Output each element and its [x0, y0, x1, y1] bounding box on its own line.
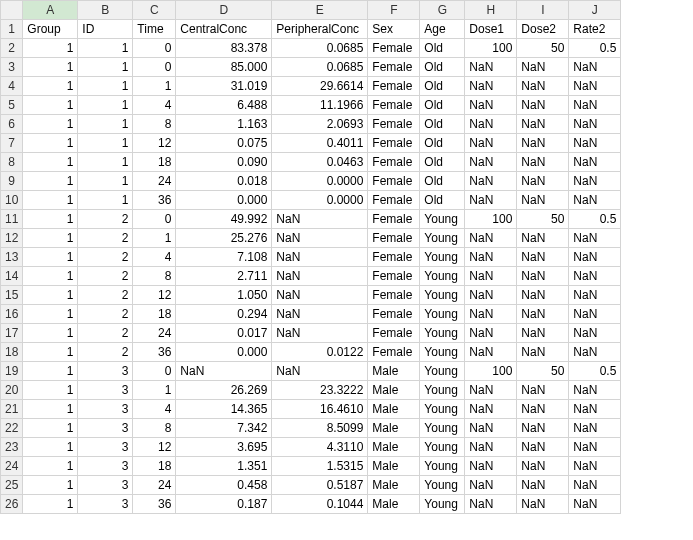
cell[interactable]: NaN — [517, 381, 569, 400]
cell[interactable]: NaN — [176, 362, 272, 381]
cell[interactable]: 1 — [23, 362, 78, 381]
cell[interactable]: NaN — [569, 286, 621, 305]
cell[interactable]: 25.276 — [176, 229, 272, 248]
cell[interactable]: 1 — [78, 77, 133, 96]
cell[interactable]: 36 — [133, 343, 176, 362]
cell[interactable]: Old — [420, 58, 465, 77]
row-header[interactable]: 1 — [1, 20, 23, 39]
cell[interactable]: 2.0693 — [272, 115, 368, 134]
cell[interactable]: 1 — [23, 305, 78, 324]
cell[interactable]: Young — [420, 476, 465, 495]
cell[interactable]: NaN — [465, 77, 517, 96]
cell[interactable]: 0.0122 — [272, 343, 368, 362]
cell[interactable]: NaN — [517, 77, 569, 96]
cell[interactable]: NaN — [517, 134, 569, 153]
cell[interactable]: Female — [368, 305, 420, 324]
cell[interactable]: Young — [420, 381, 465, 400]
cell[interactable]: Male — [368, 476, 420, 495]
header-cell[interactable]: Dose1 — [465, 20, 517, 39]
cell[interactable]: 100 — [465, 39, 517, 58]
cell[interactable]: 1.163 — [176, 115, 272, 134]
cell[interactable]: NaN — [569, 134, 621, 153]
row-header[interactable]: 9 — [1, 172, 23, 191]
cell[interactable]: 0.0000 — [272, 191, 368, 210]
header-cell[interactable]: Dose2 — [517, 20, 569, 39]
cell[interactable]: 0.5 — [569, 39, 621, 58]
header-cell[interactable]: Rate2 — [569, 20, 621, 39]
cell[interactable]: 1 — [23, 58, 78, 77]
cell[interactable]: 0 — [133, 58, 176, 77]
cell[interactable]: NaN — [569, 419, 621, 438]
cell[interactable]: NaN — [517, 324, 569, 343]
row-header[interactable]: 21 — [1, 400, 23, 419]
cell[interactable]: 0.5 — [569, 362, 621, 381]
cell[interactable]: NaN — [517, 191, 569, 210]
cell[interactable]: NaN — [272, 267, 368, 286]
cell[interactable]: NaN — [465, 267, 517, 286]
cell[interactable]: 1 — [78, 58, 133, 77]
cell[interactable]: NaN — [569, 96, 621, 115]
cell[interactable]: Female — [368, 210, 420, 229]
cell[interactable]: 1 — [23, 495, 78, 514]
header-cell[interactable]: PeripheralConc — [272, 20, 368, 39]
cell[interactable]: 1.050 — [176, 286, 272, 305]
cell[interactable]: Male — [368, 438, 420, 457]
column-header-A[interactable]: A — [23, 1, 78, 20]
cell[interactable]: 0.090 — [176, 153, 272, 172]
cell[interactable]: 3 — [78, 495, 133, 514]
cell[interactable]: 1 — [78, 134, 133, 153]
cell[interactable]: NaN — [465, 343, 517, 362]
cell[interactable]: NaN — [465, 134, 517, 153]
cell[interactable]: 0.5 — [569, 210, 621, 229]
row-header[interactable]: 17 — [1, 324, 23, 343]
cell[interactable]: 4 — [133, 96, 176, 115]
cell[interactable]: 18 — [133, 153, 176, 172]
column-header-J[interactable]: J — [569, 1, 621, 20]
cell[interactable]: NaN — [517, 438, 569, 457]
cell[interactable]: 1 — [23, 172, 78, 191]
cell[interactable]: 2 — [78, 343, 133, 362]
cell[interactable]: 24 — [133, 476, 176, 495]
cell[interactable]: NaN — [465, 324, 517, 343]
cell[interactable]: NaN — [569, 77, 621, 96]
cell[interactable]: NaN — [517, 495, 569, 514]
column-header-G[interactable]: G — [420, 1, 465, 20]
cell[interactable]: 1 — [23, 324, 78, 343]
cell[interactable]: 8 — [133, 267, 176, 286]
cell[interactable]: 2 — [78, 248, 133, 267]
cell[interactable]: 1 — [23, 191, 78, 210]
cell[interactable]: 85.000 — [176, 58, 272, 77]
row-header[interactable]: 22 — [1, 419, 23, 438]
cell[interactable]: Female — [368, 324, 420, 343]
cell[interactable]: 1 — [23, 153, 78, 172]
cell[interactable]: 0.000 — [176, 191, 272, 210]
cell[interactable]: 100 — [465, 210, 517, 229]
cell[interactable]: NaN — [465, 191, 517, 210]
row-header[interactable]: 12 — [1, 229, 23, 248]
header-cell[interactable]: ID — [78, 20, 133, 39]
cell[interactable]: 1 — [23, 419, 78, 438]
cell[interactable]: 1 — [78, 172, 133, 191]
cell[interactable]: 2.711 — [176, 267, 272, 286]
cell[interactable]: 12 — [133, 134, 176, 153]
cell[interactable]: 2 — [78, 229, 133, 248]
cell[interactable]: Young — [420, 438, 465, 457]
header-cell[interactable]: Group — [23, 20, 78, 39]
cell[interactable]: 7.342 — [176, 419, 272, 438]
cell[interactable]: NaN — [272, 305, 368, 324]
cell[interactable]: Female — [368, 267, 420, 286]
cell[interactable]: 2 — [78, 286, 133, 305]
column-header-F[interactable]: F — [368, 1, 420, 20]
cell[interactable]: 1 — [23, 115, 78, 134]
cell[interactable]: NaN — [465, 400, 517, 419]
cell[interactable]: Old — [420, 134, 465, 153]
cell[interactable]: NaN — [272, 248, 368, 267]
cell[interactable]: 0.1044 — [272, 495, 368, 514]
cell[interactable]: NaN — [465, 286, 517, 305]
cell[interactable]: 1 — [23, 77, 78, 96]
cell[interactable]: Female — [368, 58, 420, 77]
cell[interactable]: Male — [368, 419, 420, 438]
cell[interactable]: 2 — [78, 305, 133, 324]
spreadsheet-grid[interactable]: ABCDEFGHIJ1GroupIDTimeCentralConcPeriphe… — [0, 0, 621, 514]
cell[interactable]: 2 — [78, 324, 133, 343]
